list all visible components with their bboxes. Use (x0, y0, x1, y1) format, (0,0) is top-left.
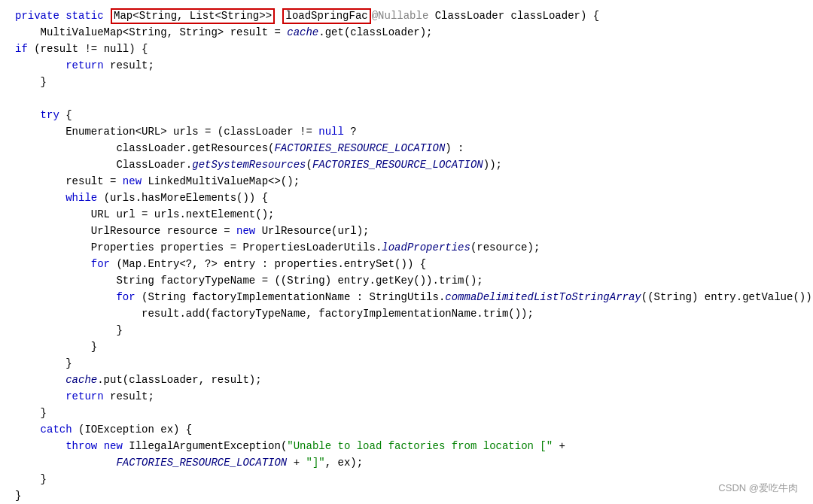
code-line-22: } (0, 355, 813, 372)
code-container: private static Map<String, List<String>>… (0, 0, 813, 504)
code-line-24: return result; (0, 388, 813, 405)
code-line-16: for (Map.Entry<?, ?> entry : properties.… (0, 256, 813, 272)
box-map-type: Map<String, List<String>> (111, 8, 275, 24)
code-line-9: classLoader.getResources(FACTORIES_RESOU… (0, 140, 813, 156)
code-line-6 (0, 90, 813, 107)
keyword-private: private (15, 8, 65, 24)
code-line-10: ClassLoader.getSystemResources(FACTORIES… (0, 156, 813, 173)
code-line-2: MultiValueMap<String, String> result = c… (0, 24, 813, 41)
box-method-name: loadSpringFac (282, 8, 370, 24)
code-line-29: } (0, 471, 813, 487)
code-line-20: } (0, 322, 813, 339)
code-line-19: result.add(factoryTypeName, factoryImple… (0, 305, 813, 322)
code-line-25: } (0, 405, 813, 421)
code-line-23: cache.put(classLoader, result); (0, 372, 813, 388)
code-line-18: for (String factoryImplementationName : … (0, 289, 813, 305)
code-line-21: } (0, 339, 813, 355)
code-line-28: FACTORIES_RESOURCE_LOCATION + "]", ex); (0, 454, 813, 471)
code-line-8: Enumeration<URL> urls = (classLoader != … (0, 123, 813, 140)
watermark: CSDN @爱吃牛肉 (718, 481, 798, 495)
code-line-5: } (0, 74, 813, 90)
code-line-1: private static Map<String, List<String>>… (0, 8, 813, 24)
code-line-17: String factoryTypeName = ((String) entry… (0, 272, 813, 289)
code-line-4: return result; (0, 57, 813, 74)
code-line-26: catch (IOException ex) { (0, 421, 813, 438)
code-line-11: result = new LinkedMultiValueMap<>(); (0, 173, 813, 190)
code-line-15: Properties properties = PropertiesLoader… (0, 239, 813, 256)
code-line-12: while (urls.hasMoreElements()) { (0, 190, 813, 206)
code-line-7: try { (0, 107, 813, 123)
keyword-static: static (65, 8, 110, 24)
code-line-27: throw new IllegalArgumentException("Unab… (0, 438, 813, 454)
code-line-14: UrlResource resource = new UrlResource(u… (0, 223, 813, 239)
code-line-13: URL url = urls.nextElement(); (0, 206, 813, 223)
code-line-30: } (0, 487, 813, 504)
code-line-3: if (result != null) { (0, 41, 813, 57)
